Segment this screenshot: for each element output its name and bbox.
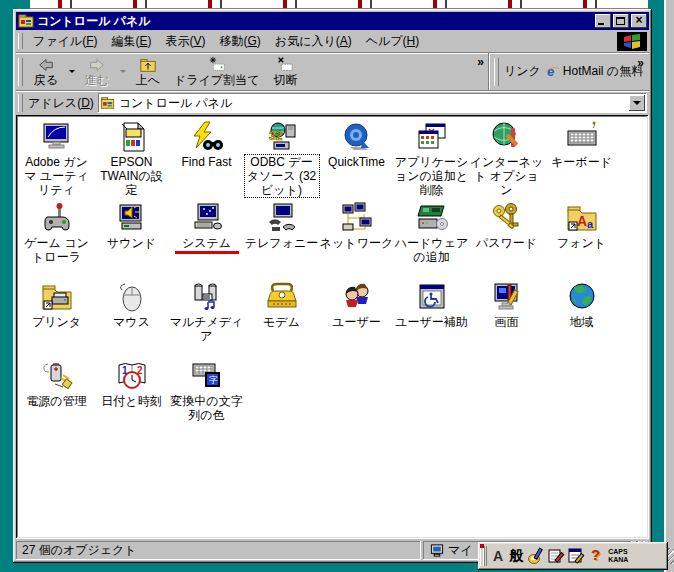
toolbar: 戻る進む上へドライブ割当て切断 » リンク e HotMail の無料 » [16,53,649,91]
maximize-button[interactable] [613,14,629,28]
minimize-button[interactable] [595,14,611,28]
ime-props-icon [567,547,585,565]
addressbar-grip[interactable] [18,94,23,112]
item-display[interactable]: 画面 [469,281,544,355]
toolbar-button-label: ドライブ割当て [174,74,259,87]
address-combobox[interactable]: コントロール パネル [98,93,647,113]
svg-text:a: a [587,218,594,230]
printers-icon [41,281,73,313]
telephony-icon [266,202,298,234]
ime-title-dot [480,544,484,548]
back-icon [36,56,56,74]
my-computer-icon [429,543,445,558]
links-overflow-chevron[interactable]: » [633,54,648,72]
item-label: マウス [113,315,150,329]
epson-twain-icon [116,121,148,153]
menu-view[interactable]: 表示(V) [158,30,212,53]
forward-button: 進む [77,53,117,90]
item-adobe-gamma[interactable]: Adobe ガンマ ユーティリティ [19,121,94,197]
link-hotmail[interactable]: e HotMail の無料 [545,63,643,80]
item-sound[interactable]: サウンド [94,202,169,276]
fonts-icon: Aa [566,202,598,234]
item-quicktime[interactable]: QuickTime [319,121,394,197]
ime-input-mode-button[interactable]: A [490,548,506,564]
toolbar-button-label: 戻る [34,74,58,87]
ime-drag-handle[interactable] [480,546,487,566]
svg-text:字: 字 [209,375,218,385]
maximize-icon [616,17,625,25]
links-label: リンク [504,63,541,80]
menu-favorites[interactable]: お気に入り(A) [268,30,359,53]
item-fonts[interactable]: Aaフォント [544,202,619,276]
toolbar-button-label: 切断 [273,74,297,87]
address-dropdown-button[interactable] [629,95,645,111]
map-drive-button[interactable]: ドライブ割当て [168,53,265,90]
odbc-icon: 32 [266,121,298,153]
ime-conversion-mode-button[interactable]: 般 [506,547,526,565]
window-title: コントロール パネル [37,13,593,30]
toolbar-grip[interactable] [18,58,23,86]
item-label: パスワード [476,236,537,250]
item-label: モデム [263,315,300,329]
toolbar-overflow-chevron[interactable]: » [473,53,488,71]
item-power-management[interactable]: 電源の管理 [19,360,94,434]
item-internet-options[interactable]: インターネット オプション [469,121,544,197]
item-ime-text-color[interactable]: 字変換中の文字列の色 [169,360,244,434]
item-add-hardware[interactable]: ハードウェアの追加 [394,202,469,276]
svg-text:e: e [547,64,554,79]
background-window-strip [30,0,648,9]
item-regional[interactable]: 地域 [544,281,619,355]
svg-text:?: ? [591,547,600,563]
item-label: アプリケーションの追加と削除 [395,155,469,197]
item-system[interactable]: システム [169,202,244,276]
back-button[interactable]: 戻る [26,53,66,90]
item-label: QuickTime [328,155,385,169]
menu-help[interactable]: ヘルプ(H) [359,30,427,53]
item-passwords[interactable]: パスワード [469,202,544,276]
control-panel-window: コントロール パネル × ファイル(F)編集(E)表示(V)移動(G)お気に入り… [13,9,652,563]
menu-edit[interactable]: 編集(E) [104,30,158,53]
links-bar: リンク e HotMail の無料 » [489,53,649,90]
item-network[interactable]: ネットワーク [319,202,394,276]
item-epson-twain[interactable]: EPSON TWAINの設定 [94,121,169,197]
ime-toolbar[interactable]: A 般 ?? CAPS KANA [478,542,668,570]
disconnect-button[interactable]: 切断 [265,53,305,90]
ime-pad-button[interactable] [546,546,566,566]
item-find-fast[interactable]: Find Fast [169,121,244,197]
item-add-remove-programs[interactable]: アプリケーションの追加と削除 [394,121,469,197]
titlebar[interactable]: コントロール パネル × [16,12,649,30]
item-printers[interactable]: プリンタ [19,281,94,355]
close-button[interactable]: × [631,14,647,28]
kana-indicator: KANA [608,556,628,564]
item-keyboard[interactable]: キーボード [544,121,619,197]
folder-view: Adobe ガンマ ユーティリティEPSON TWAINの設定Find Fast… [16,115,649,539]
back-dropdown-arrow-icon[interactable] [66,53,77,90]
item-mouse[interactable]: マウス [94,281,169,355]
item-label: マルチメディア [170,315,244,343]
modem-icon [266,281,298,313]
menu-go[interactable]: 移動(G) [213,30,268,53]
regional-icon [566,281,598,313]
item-multimedia[interactable]: マルチメディア [169,281,244,355]
up-button[interactable]: 上へ [128,53,168,90]
item-odbc[interactable]: 32ODBC データソース (32ビット) [244,121,319,197]
item-game-controller[interactable]: ゲーム コントローラ [19,202,94,276]
links-grip[interactable] [494,58,499,86]
menubar-grip[interactable] [18,33,23,49]
status-object-count: 27 個のオブジェクト [16,541,421,560]
add-hardware-icon [416,202,448,234]
item-modem[interactable]: モデム [244,281,319,355]
item-label: 地域 [570,315,594,329]
item-accessibility[interactable]: ユーザー補助 [394,281,469,355]
svg-text:A: A [577,213,587,229]
item-users[interactable]: ユーザー [319,281,394,355]
item-label: キーボード [551,155,612,169]
item-label: ユーザー [332,315,381,329]
item-telephony[interactable]: テレフォニー [244,202,319,276]
item-date-time[interactable]: 12日付と時刻 [94,360,169,434]
ime-pen-button[interactable] [526,546,546,566]
menu-file[interactable]: ファイル(F) [26,30,104,53]
link-label: HotMail の無料 [563,63,643,80]
ime-props-button[interactable] [566,546,586,566]
ime-help-button[interactable]: ?? [586,546,606,566]
